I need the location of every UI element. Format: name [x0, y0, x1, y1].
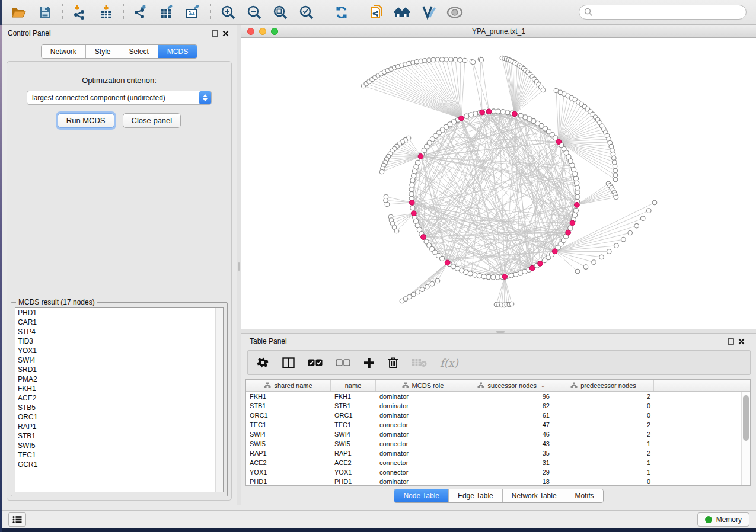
function-builder-icon[interactable]: f(x) [440, 354, 458, 371]
export-table-icon[interactable] [158, 4, 176, 21]
cell: ORC1 [331, 411, 376, 420]
table-row[interactable]: ORC1ORC1dominator610 [246, 411, 750, 420]
table-row[interactable]: YOX1YOX1connector291 [246, 467, 750, 477]
mcds-result-item[interactable]: TID3 [15, 336, 223, 346]
mcds-result-item[interactable]: SWI4 [15, 355, 223, 365]
table-row[interactable]: RAP1RAP1dominator352 [246, 448, 750, 458]
mcds-result-item[interactable]: CAR1 [15, 318, 223, 327]
show-hide-icon[interactable] [446, 4, 464, 21]
column-header-shared-name[interactable]: shared name [246, 380, 331, 391]
zoom-fit-icon[interactable] [272, 4, 289, 21]
tab-mcds[interactable]: MCDS [158, 45, 197, 58]
search-field[interactable] [579, 5, 747, 20]
memory-button[interactable]: Memory [697, 512, 749, 527]
mcds-result-item[interactable]: ACE2 [15, 393, 223, 403]
float-panel-icon[interactable] [209, 28, 220, 38]
tab-edge-table[interactable]: Edge Table [448, 489, 502, 502]
cell: PHD1 [331, 477, 376, 486]
cell: PHD1 [246, 477, 331, 486]
tab-network-table[interactable]: Network Table [502, 489, 566, 502]
search-input[interactable] [593, 8, 746, 17]
export-image-icon[interactable] [184, 4, 202, 21]
tab-node-table[interactable]: Node Table [394, 489, 448, 502]
mcds-result-item[interactable]: SRD1 [15, 365, 223, 374]
table-row[interactable]: PHD1PHD1dominator180 [246, 477, 750, 486]
split-panel-icon[interactable] [282, 354, 295, 371]
column-header-name[interactable]: name [331, 380, 376, 391]
mcds-list-scrollbar[interactable] [215, 308, 223, 492]
export-network-icon[interactable] [132, 4, 150, 21]
deselect-all-icon[interactable] [336, 354, 350, 371]
mcds-result-item[interactable]: PHD1 [15, 308, 223, 318]
cell: dominator [376, 477, 470, 486]
scrollbar-thumb[interactable] [743, 395, 749, 441]
cell: 35 [470, 448, 553, 458]
close-panel-icon[interactable] [220, 28, 231, 38]
mcds-result-item[interactable]: YOX1 [15, 346, 223, 355]
zoom-selected-icon[interactable] [298, 4, 315, 21]
save-session-icon[interactable] [36, 4, 54, 21]
cell: connector [376, 458, 470, 467]
table-settings-icon[interactable] [256, 354, 269, 371]
cell: connector [376, 467, 470, 477]
float-panel-icon[interactable] [725, 336, 736, 346]
mcds-result-list[interactable]: PHD1CAR1STP4TID3YOX1SWI4SRD1PMA2FKH1ACE2… [15, 307, 224, 492]
clone-network-icon[interactable] [368, 4, 385, 21]
table-body: FKH1FKH1dominator962STB1STB1dominator620… [246, 392, 750, 486]
table-row[interactable]: STB1STB1dominator620 [246, 401, 750, 411]
apply-style-icon[interactable] [420, 4, 438, 21]
main-toolbar [2, 0, 756, 25]
column-header-successor-nodes[interactable]: successor nodes⌄ [470, 380, 553, 391]
cell: RAP1 [246, 448, 331, 458]
horizontal-splitter[interactable] [241, 329, 756, 334]
tab-motifs[interactable]: Motifs [566, 489, 603, 502]
mcds-panel: Optimization criterion: largest connecte… [7, 61, 232, 501]
column-header-predecessor-nodes[interactable]: predecessor nodes [553, 380, 654, 391]
zoom-out-icon[interactable] [245, 4, 263, 21]
network-titlebar[interactable]: YPA_prune.txt_1 [241, 25, 756, 38]
mcds-result-item[interactable]: FKH1 [15, 384, 223, 393]
task-history-button[interactable] [8, 512, 26, 527]
vertical-splitter[interactable] [237, 25, 241, 505]
delete-table-icon[interactable] [412, 354, 427, 371]
mcds-result-item[interactable]: TEC1 [15, 450, 223, 460]
table-row[interactable]: FKH1FKH1dominator962 [246, 392, 750, 401]
table-row[interactable]: SWI4SWI4dominator462 [246, 430, 750, 439]
run-mcds-button[interactable]: Run MCDS [58, 113, 114, 128]
import-table-icon[interactable] [97, 4, 115, 21]
mcds-result-item[interactable]: STP4 [15, 327, 223, 336]
criterion-dropdown[interactable]: largest connected component (undirected) [27, 91, 212, 105]
cell: FKH1 [331, 392, 376, 401]
refresh-network-icon[interactable] [333, 4, 350, 21]
tab-select[interactable]: Select [120, 45, 158, 58]
network-canvas[interactable] [241, 38, 756, 329]
column-header-MCDS-role[interactable]: MCDS role [376, 380, 470, 391]
zoom-in-icon[interactable] [219, 4, 237, 21]
delete-column-icon[interactable] [388, 354, 398, 371]
open-session-icon[interactable] [10, 4, 28, 21]
cell: connector [376, 420, 470, 430]
table-row[interactable]: SWI5SWI5connector431 [246, 439, 750, 448]
tab-style[interactable]: Style [85, 45, 120, 58]
mcds-result-item[interactable]: PMA2 [15, 374, 223, 384]
mcds-result-item[interactable]: SWI5 [15, 441, 223, 450]
task-list-icon [12, 515, 22, 524]
first-neighbors-icon[interactable] [394, 4, 412, 21]
cell: 2 [553, 420, 654, 430]
mcds-result-item[interactable]: ORC1 [15, 412, 223, 422]
add-column-icon[interactable] [363, 354, 375, 371]
import-network-icon[interactable] [71, 4, 89, 21]
table-row[interactable]: TEC1TEC1connector472 [246, 420, 750, 430]
mcds-result-title: MCDS result (17 nodes) [16, 298, 97, 306]
table-row[interactable]: ACE2ACE2connector311 [246, 458, 750, 467]
mcds-result-item[interactable]: STB5 [15, 403, 223, 412]
close-panel-icon[interactable] [736, 336, 747, 346]
mcds-result-item[interactable]: GCR1 [15, 460, 223, 469]
mcds-result-item[interactable]: STB1 [15, 431, 223, 441]
tab-network[interactable]: Network [42, 45, 85, 58]
table-vertical-scrollbar[interactable] [741, 392, 750, 485]
node-table: shared namenameMCDS rolesuccessor nodes⌄… [245, 379, 751, 486]
select-all-icon[interactable] [308, 354, 323, 371]
mcds-result-item[interactable]: RAP1 [15, 422, 223, 431]
close-panel-button[interactable]: Close panel [123, 113, 181, 128]
